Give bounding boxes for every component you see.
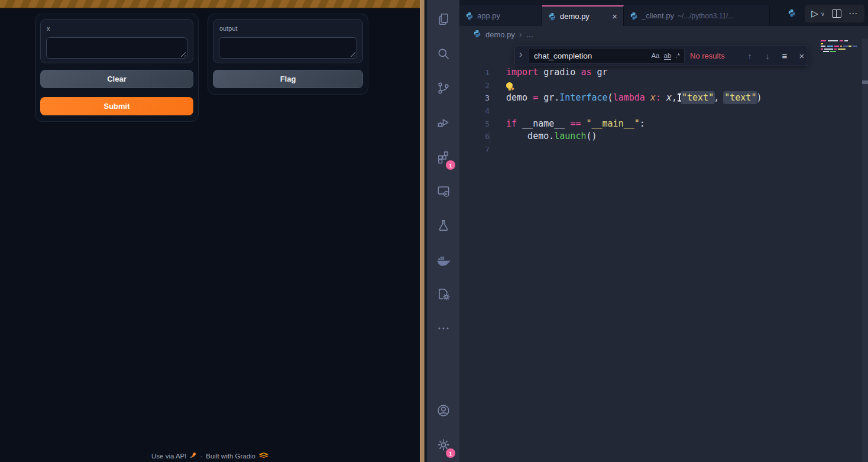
source-control-icon[interactable] [427,71,459,105]
docker-icon[interactable] [427,243,459,277]
tab-app.py[interactable]: app.py [459,5,542,26]
line-number[interactable]: 6 [459,130,490,143]
remote-explorer-icon[interactable] [427,174,459,208]
code-token: () [586,131,597,141]
gradio-app: x Clear Submit output Flag Use via API ·… [0,0,420,462]
editor-actions: ▷ ∨ ⋯ [805,5,864,22]
code-line-6: 6 demo.launch() [459,130,868,143]
code-token: demo. [506,131,554,141]
input-textarea-wrap [46,37,187,59]
output-block: output [213,19,363,63]
split-editor-icon[interactable] [832,9,841,18]
line-number[interactable]: 5 [459,118,490,131]
code-token: gradio [543,67,581,77]
code-lines: 1import gradio as gr23demo = gr.Interfac… [459,66,868,156]
code-token: "text" [724,92,756,103]
line-content: if __name__ == "__main__": [490,118,645,131]
line-number[interactable]: 2 [459,79,490,92]
minimap-row [821,51,857,52]
mouse-ibeam-cursor [677,93,682,102]
code-token: gr. [543,92,559,103]
whole-word-icon[interactable]: ab [664,52,672,60]
code-action-lightbulb-icon[interactable] [506,82,513,89]
gradio-logo-icon [259,452,268,460]
tab-description: ~/.../python3.11/... [678,12,734,20]
test-beaker-icon[interactable] [427,208,459,243]
code-editor[interactable]: 1import gradio as gr23demo = gr.Interfac… [459,26,868,462]
run-debug-icon[interactable] [427,105,459,140]
output-card: output Flag [208,14,368,95]
activity-spacer [427,345,459,393]
find-in-selection-icon[interactable]: ≡ [779,46,790,66]
line-content [490,143,506,156]
code-token: lambda [613,92,650,103]
find-close-icon[interactable]: × [796,46,807,66]
code-line-2: 2 [459,79,868,92]
more-views-icon[interactable] [427,311,459,345]
minimap-row [821,49,857,50]
run-dropdown-chevron-icon[interactable]: ∨ [821,11,825,17]
regex-icon[interactable]: .* [675,52,680,60]
tab-demo.py[interactable]: demo.py× [542,5,624,26]
account-icon[interactable] [427,393,459,428]
code-line-7: 7 [459,143,868,156]
input-textarea[interactable] [46,37,187,59]
settings-gear-icon[interactable]: 1 [427,428,459,462]
scrollbar-marker [862,80,868,84]
input-label: x [47,25,50,32]
flag-button[interactable]: Flag [213,70,363,88]
line-number[interactable]: 1 [459,66,490,79]
minimap[interactable] [821,40,857,54]
code-line-4: 4 [459,105,868,118]
run-file-button[interactable]: ▷ [811,8,818,19]
code-token: : [656,92,661,103]
code-token: "text" [682,92,714,103]
search-icon[interactable] [427,37,459,71]
settings-badge: 1 [446,448,455,458]
code-token: x [666,92,672,103]
tab-label: _client.py [642,11,674,20]
extensions-icon[interactable]: 1 [427,140,459,174]
vscode-window: 1 1 [427,0,868,462]
built-with-gradio-link[interactable]: Built with Gradio [206,453,255,460]
find-results-status: No results [690,46,725,66]
minimap-row [821,40,857,41]
match-case-icon[interactable]: Aa [651,52,659,60]
output-textarea[interactable] [219,37,357,59]
submit-button[interactable]: Submit [40,97,193,115]
code-token: import [506,67,543,77]
minimap-row [821,46,857,47]
code-token: as [581,67,597,77]
code-token: ( [608,92,613,103]
line-content: demo = gr.Interface(lambda x: x,"text", … [490,92,762,105]
find-next-icon[interactable]: ↓ [762,46,773,66]
find-expand-chevron-icon[interactable]: › [519,49,523,60]
line-number[interactable]: 3 [459,92,490,105]
pane-divider-scrollbar[interactable] [420,0,427,462]
python-interpreter-icon [788,9,796,20]
line-content: demo.launch() [490,130,597,143]
line-number[interactable]: 4 [459,105,490,118]
explorer-icon[interactable] [427,2,459,37]
code-line-5: 5if __name__ == "__main__": [459,118,868,131]
input-card: x Clear Submit [35,14,199,122]
footer-separator: · [200,453,202,460]
tab-label: app.py [477,11,500,20]
use-via-api-link[interactable]: Use via API [151,453,186,460]
tabs-container: app.pydemo.py×_client.py~/.../python3.11… [459,5,770,26]
more-actions-icon[interactable]: ⋯ [848,8,858,19]
code-token: gr [597,67,608,77]
find-input[interactable]: chat_completion Aa ab .* [529,48,685,64]
tab-close-icon[interactable]: × [612,11,617,21]
line-number[interactable]: 7 [459,143,490,156]
gradio-footer: Use via API · Built with Gradio [0,451,420,460]
code-token: demo [506,92,533,103]
editor-scrollbar[interactable] [862,38,868,462]
find-previous-icon[interactable]: ↑ [744,46,755,66]
file-config-gear-icon[interactable] [427,277,459,311]
code-token: ) [756,92,762,103]
tab-_client.py[interactable]: _client.py~/.../python3.11/... [624,5,770,26]
clear-button[interactable]: Clear [40,70,193,88]
code-token: if [506,118,522,129]
line-content [490,105,506,118]
